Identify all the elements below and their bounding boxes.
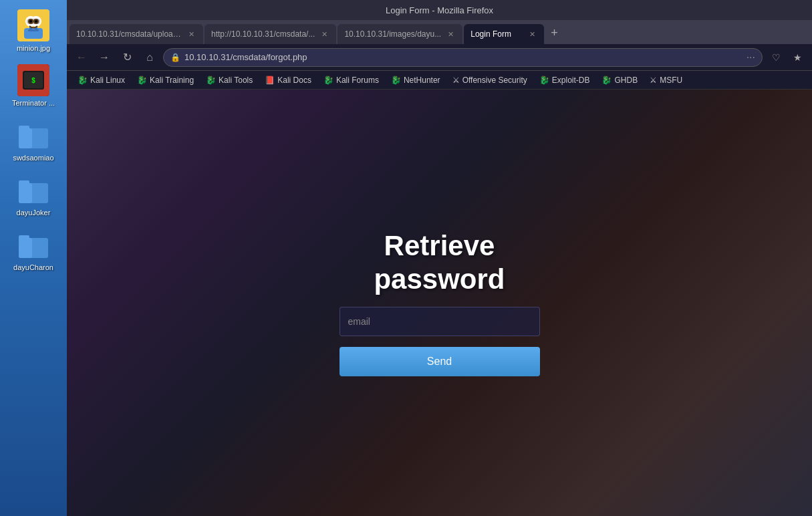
bookmark-kali-tools[interactable]: 🐉 Kali Tools <box>200 74 258 87</box>
bookmark-kali-docs-label: Kali Docs <box>277 76 311 85</box>
desktop-icon-dayujoker[interactable]: dayuJoker <box>14 171 53 219</box>
kali-linux-icon: 🐉 <box>78 76 88 85</box>
svg-text:$: $ <box>31 77 35 84</box>
tab-2[interactable]: http://10.10.10.31/cmsdata/... ✕ <box>205 24 336 44</box>
folder-dayucharon-image <box>17 229 49 261</box>
forward-button[interactable]: → <box>95 48 114 67</box>
terminator-image: ⬛ $ <box>17 64 49 96</box>
url-bar[interactable]: 🔒 10.10.10.31/cmsdata/forgot.php ··· <box>163 48 763 67</box>
desktop-icon-terminator-label: Terminator ... <box>12 99 55 107</box>
back-button[interactable]: ← <box>72 48 91 67</box>
offensive-security-icon: ⚔ <box>452 76 460 85</box>
folder-dayujoker-image <box>17 174 49 206</box>
kali-training-icon: 🐉 <box>137 76 147 85</box>
bookmark-kali-tools-label: Kali Tools <box>219 76 253 85</box>
svg-point-8 <box>29 20 32 23</box>
tab-1-label: 10.10.10.31/cmsdata/upload... <box>76 29 182 39</box>
new-tab-button[interactable]: + <box>545 23 563 43</box>
tab-3-close[interactable]: ✕ <box>445 29 456 39</box>
ghdb-icon: 🐉 <box>601 76 612 85</box>
bookmark-offensive-security[interactable]: ⚔ Offensive Security <box>447 74 533 87</box>
bookmark-msfu[interactable]: ⚔ MSFU <box>644 74 688 87</box>
kali-forums-icon: 🐉 <box>323 76 333 85</box>
bookmark-nethunter[interactable]: 🐉 NetHunter <box>386 74 446 87</box>
svg-rect-23 <box>19 180 29 186</box>
bookmark-kali-training[interactable]: 🐉 Kali Training <box>132 74 199 87</box>
browser-tabbar: 10.10.10.31/cmsdata/upload... ✕ http://1… <box>67 20 812 44</box>
folder-swdsaomiao-image <box>17 119 49 151</box>
lock-icon: 🔒 <box>170 53 180 62</box>
desktop-icon-dayujoker-label: dayuJoker <box>17 209 51 217</box>
browser-window: Login Form - Mozilla Firefox 10.10.10.31… <box>67 0 812 516</box>
desktop-icon-minion[interactable]: minion.jpg <box>14 7 53 55</box>
svg-rect-22 <box>19 183 32 203</box>
bookmark-kali-forums[interactable]: 🐉 Kali Forums <box>318 74 384 87</box>
tab-4[interactable]: Login Form ✕ <box>464 24 544 44</box>
send-button[interactable]: Send <box>340 347 540 376</box>
svg-rect-19 <box>19 128 32 148</box>
kali-docs-icon: 📕 <box>265 76 275 85</box>
browser-title: Login Form - Mozilla Firefox <box>386 5 493 15</box>
tab-3[interactable]: 10.10.10.31/images/dayu... ✕ <box>337 24 462 44</box>
reload-button[interactable]: ↻ <box>118 48 136 67</box>
msfu-icon: ⚔ <box>650 76 657 85</box>
desktop-icon-minion-label: minion.jpg <box>17 44 50 52</box>
desktop-sidebar: minion.jpg ⬛ $ Terminator ... <box>0 0 67 516</box>
tab-2-label: http://10.10.10.31/cmsdata/... <box>211 29 315 39</box>
url-text: 10.10.10.31/cmsdata/forgot.php <box>184 52 742 62</box>
desktop-icon-dayucharon-label: dayuCharon <box>13 263 53 271</box>
retrieve-title-line2: password <box>374 263 505 295</box>
bookmark-exploit-db-label: Exploit-DB <box>552 76 590 85</box>
url-more-icon[interactable]: ··· <box>747 51 755 63</box>
email-input[interactable] <box>340 307 540 336</box>
bookmark-kali-forums-label: Kali Forums <box>336 76 379 85</box>
desktop-icon-terminator[interactable]: ⬛ $ Terminator ... <box>9 61 57 110</box>
bookmark-nethunter-label: NetHunter <box>404 76 440 85</box>
svg-rect-20 <box>19 126 29 131</box>
bookmark-exploit-db[interactable]: 🐉 Exploit-DB <box>534 74 595 87</box>
toolbar-right: ♡ ★ <box>767 48 807 67</box>
kali-tools-icon: 🐉 <box>206 76 216 85</box>
svg-rect-26 <box>19 235 29 241</box>
desktop-icon-dayucharon[interactable]: dayuCharon <box>11 226 56 274</box>
desktop-icon-swdsaomiao[interactable]: swdsaomiao <box>10 116 56 164</box>
tab-1[interactable]: 10.10.10.31/cmsdata/upload... ✕ <box>70 24 203 44</box>
svg-rect-25 <box>19 238 32 258</box>
browser-titlebar: Login Form - Mozilla Firefox <box>67 0 812 20</box>
svg-point-9 <box>35 20 37 23</box>
bookmarks-bar: 🐉 Kali Linux 🐉 Kali Training 🐉 Kali Tool… <box>67 71 812 90</box>
bookmark-msfu-label: MSFU <box>660 76 682 85</box>
bookmark-kali-linux-label: Kali Linux <box>90 76 125 85</box>
desktop-icon-swdsaomiao-label: swdsaomiao <box>13 154 53 162</box>
bookmark-ghdb[interactable]: 🐉 GHDB <box>596 74 643 87</box>
tab-1-close[interactable]: ✕ <box>186 29 196 39</box>
star-button[interactable]: ★ <box>788 48 807 67</box>
retrieve-title-line1: Retrieve <box>384 230 495 261</box>
bookmark-kali-docs[interactable]: 📕 Kali Docs <box>259 74 317 87</box>
nethunter-icon: 🐉 <box>391 76 401 85</box>
bookmark-kali-training-label: Kali Training <box>150 76 194 85</box>
tab-2-close[interactable]: ✕ <box>319 29 329 39</box>
tab-4-label: Login Form <box>470 29 523 39</box>
minion-image <box>17 9 49 41</box>
tab-4-close[interactable]: ✕ <box>527 29 537 39</box>
tab-3-label: 10.10.10.31/images/dayu... <box>344 29 441 39</box>
bookmark-ghdb-label: GHDB <box>614 76 638 85</box>
page-content: Retrieve password Send <box>67 90 812 516</box>
bookmark-offensive-security-label: Offensive Security <box>462 76 527 85</box>
addressbar: ← → ↻ ⌂ 🔒 10.10.10.31/cmsdata/forgot.php… <box>67 44 812 71</box>
exploit-db-icon: 🐉 <box>539 76 549 85</box>
bookmarks-button[interactable]: ♡ <box>767 48 785 67</box>
home-button[interactable]: ⌂ <box>140 48 159 67</box>
retrieve-title: Retrieve password <box>374 229 505 297</box>
retrieve-password-form: Retrieve password Send <box>340 229 540 377</box>
bookmark-kali-linux[interactable]: 🐉 Kali Linux <box>72 74 130 87</box>
